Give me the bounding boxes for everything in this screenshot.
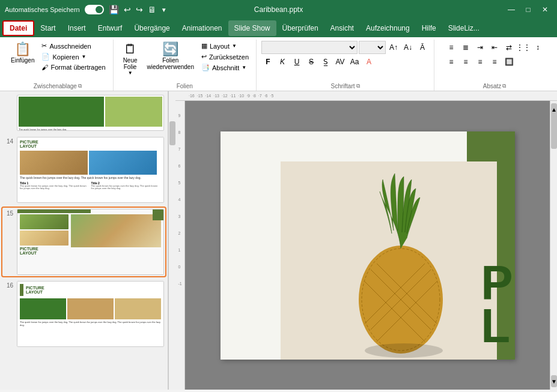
schriftart-expand-icon[interactable]: ⧉ bbox=[356, 83, 360, 89]
panel-scroll-thumb[interactable] bbox=[169, 121, 175, 145]
layout-chevron[interactable]: ▼ bbox=[232, 43, 237, 49]
clear-format-button[interactable]: Ā bbox=[416, 41, 429, 54]
menu-slideliz[interactable]: SlideLiz... bbox=[442, 20, 485, 36]
quick-access-icon[interactable]: 🖥 bbox=[148, 5, 156, 14]
bullet-list-button[interactable]: ≡ bbox=[445, 41, 458, 54]
slide-thumb-16[interactable]: PICTURELAYOUT The quick brown fox jumps … bbox=[17, 281, 164, 347]
columns-button[interactable]: ⋮⋮ bbox=[517, 41, 530, 54]
menu-animationen[interactable]: Animationen bbox=[176, 20, 228, 36]
maximize-button[interactable]: □ bbox=[521, 2, 535, 17]
kopieren-label: Kopieren bbox=[52, 53, 79, 61]
align-justify-button[interactable]: ≡ bbox=[488, 55, 501, 68]
smartart-button[interactable]: 🔲 bbox=[502, 55, 516, 68]
thumb-14-cap1: The quick brown fox jumps over the lazy … bbox=[20, 185, 90, 191]
ribbon-group-schriftart: A↑ A↓ Ā F K U S S̲ AV Aa A Schriftart ⧉ bbox=[257, 40, 434, 91]
slide-item-15[interactable]: 15 PICTURELAYOUT The bbox=[2, 208, 165, 276]
menu-ansicht[interactable]: Ansicht bbox=[324, 20, 360, 36]
outdent-button[interactable]: ⇤ bbox=[488, 41, 501, 54]
numbered-list-button[interactable]: ≣ bbox=[459, 41, 472, 54]
neue-folie-chevron[interactable]: ▼ bbox=[128, 70, 133, 76]
menu-start[interactable]: Start bbox=[34, 20, 61, 36]
zwischenablage-expand-icon[interactable]: ⧉ bbox=[78, 83, 82, 89]
line-spacing-button[interactable]: ↕ bbox=[531, 41, 544, 54]
font-shrink-button[interactable]: A↓ bbox=[401, 41, 415, 54]
slide-item-16[interactable]: 16 PICTURELAYOUT The quick brown fox jum… bbox=[2, 280, 165, 348]
absatz-expand-icon[interactable]: ⧉ bbox=[502, 83, 506, 89]
align-left-button[interactable]: ≡ bbox=[445, 55, 458, 68]
scrollbar-vertical[interactable]: ▲ ▼ bbox=[550, 101, 557, 390]
ribbon-group-folien: 🗒 NeueFolie ▼ 🔄 Folienwiederverwenden ▦ … bbox=[114, 40, 257, 91]
underline-button[interactable]: U bbox=[290, 55, 303, 68]
autosave-toggle[interactable] bbox=[85, 5, 104, 14]
neue-folie-button[interactable]: 🗒 NeueFolie ▼ bbox=[118, 41, 142, 77]
thumb-15-img-sm1 bbox=[20, 214, 68, 229]
dropdown-icon[interactable]: ▼ bbox=[161, 7, 167, 13]
slide-item-14-top[interactable]: The quick brown fox jumps over the lazy … bbox=[2, 94, 165, 132]
schriftart-content: A↑ A↓ Ā F K U S S̲ AV Aa A bbox=[261, 41, 429, 82]
font-size-select[interactable] bbox=[359, 41, 386, 54]
kopieren-button[interactable]: 📄 Kopieren ▼ bbox=[39, 52, 108, 62]
title-bar-left: Automatisches Speichern 💾 ↩ ↪ 🖥 ▼ bbox=[5, 5, 187, 14]
scrollbar-thumb[interactable] bbox=[551, 113, 557, 149]
ruler-horizontal: ·16 ·15 ·14 ·13 ·12 ·11 ·10 ·9 ·8 ·7 ·6 … bbox=[175, 91, 557, 101]
font-grow-button[interactable]: A↑ bbox=[387, 41, 400, 54]
slide-canvas[interactable]: P L bbox=[185, 101, 550, 390]
kopieren-chevron[interactable]: ▼ bbox=[82, 54, 87, 59]
zurucksetzen-button[interactable]: ↩ Zurücksetzen bbox=[199, 52, 251, 62]
menu-insert[interactable]: Insert bbox=[62, 20, 92, 36]
thumb-16-img2 bbox=[67, 298, 114, 319]
close-button[interactable]: ✕ bbox=[538, 2, 552, 17]
align-right-button[interactable]: ≡ bbox=[473, 55, 487, 68]
ausschneiden-button[interactable]: ✂ Ausschneiden bbox=[39, 41, 108, 51]
ruler-v-tick: 2 bbox=[178, 225, 181, 241]
strikethrough-button[interactable]: S bbox=[305, 55, 318, 68]
menu-slideshow[interactable]: Slide Show bbox=[228, 20, 276, 36]
font-color-button[interactable]: A bbox=[362, 55, 376, 68]
menu-datei[interactable]: Datei bbox=[2, 20, 34, 36]
rtl-button[interactable]: ⇄ bbox=[502, 41, 516, 54]
thumb-15-pineapple bbox=[20, 274, 31, 275]
ruler-v-tick: 5 bbox=[178, 174, 181, 191]
slide-thumb-top[interactable]: The quick brown fox jumps over the lazy … bbox=[17, 95, 164, 131]
italic-button[interactable]: K bbox=[276, 55, 289, 68]
menu-ubergange[interactable]: Übergänge bbox=[128, 20, 175, 36]
slide-thumb-14[interactable]: PICTURELAYOUT The quick brown fox jumps … bbox=[17, 137, 164, 203]
thumb-15-text: The quick brown fox jumps over the lazy … bbox=[32, 274, 161, 275]
redo-icon[interactable]: ↪ bbox=[136, 5, 143, 14]
ruler-v-tick: 0 bbox=[178, 258, 181, 275]
menu-aufzeichnung[interactable]: Aufzeichnung bbox=[360, 20, 416, 36]
scroll-down-button[interactable]: ▼ bbox=[551, 375, 557, 387]
case-button[interactable]: Aa bbox=[348, 55, 361, 68]
einfuegen-button[interactable]: 📋 Einfügen bbox=[7, 41, 38, 65]
slide-thumb-15[interactable]: PICTURELAYOUT The quick brown fox jumps … bbox=[17, 209, 164, 275]
ruler-v-tick: 6 bbox=[178, 157, 181, 174]
align-center-button[interactable]: ≡ bbox=[459, 55, 472, 68]
menu-uberprufen[interactable]: Überprüfen bbox=[276, 20, 324, 36]
spacing-button[interactable]: AV bbox=[333, 55, 347, 68]
format-button[interactable]: 🖌 Format übertragen bbox=[39, 62, 108, 72]
panel-scrollbar[interactable] bbox=[168, 91, 175, 390]
zwischenablage-content: 📋 Einfügen ✂ Ausschneiden 📄 Kopieren ▼ 🖌… bbox=[7, 41, 108, 82]
main-slide[interactable]: P L bbox=[221, 131, 515, 360]
abschnitt-chevron[interactable]: ▼ bbox=[242, 65, 246, 70]
indent-button[interactable]: ⇥ bbox=[473, 41, 487, 54]
minimize-button[interactable]: — bbox=[504, 2, 519, 17]
abschnitt-button[interactable]: 📑 Abschnitt ▼ bbox=[199, 62, 251, 73]
menu-entwurf[interactable]: Entwurf bbox=[92, 20, 129, 36]
menu-hilfe[interactable]: Hilfe bbox=[416, 20, 442, 36]
save-icon[interactable]: 💾 bbox=[109, 5, 119, 14]
undo-icon[interactable]: ↩ bbox=[124, 5, 131, 14]
font-name-select[interactable] bbox=[261, 41, 358, 54]
shadow-button[interactable]: S̲ bbox=[319, 55, 332, 68]
slide-item-14[interactable]: 14 PICTURELAYOUT The quick brown fox jum… bbox=[2, 136, 165, 204]
bold-button[interactable]: F bbox=[261, 55, 275, 68]
wiederverwenden-button[interactable]: 🔄 Folienwiederverwenden bbox=[144, 41, 198, 72]
layout-button[interactable]: ▦ Layout ▼ bbox=[199, 41, 251, 51]
thumb-14-img2 bbox=[89, 151, 157, 175]
ruler-h-content: ·16 ·15 ·14 ·13 ·12 ·11 ·10 ·9 ·8 ·7 ·6 … bbox=[175, 94, 275, 98]
slide-panel[interactable]: The quick brown fox jumps over the lazy … bbox=[0, 91, 168, 390]
thumb-16-img1 bbox=[20, 298, 66, 319]
ruler-tick: ·15 bbox=[196, 94, 204, 98]
title-bar-right: — □ ✕ bbox=[370, 2, 552, 17]
ruler-tick: ·7 bbox=[257, 94, 263, 98]
